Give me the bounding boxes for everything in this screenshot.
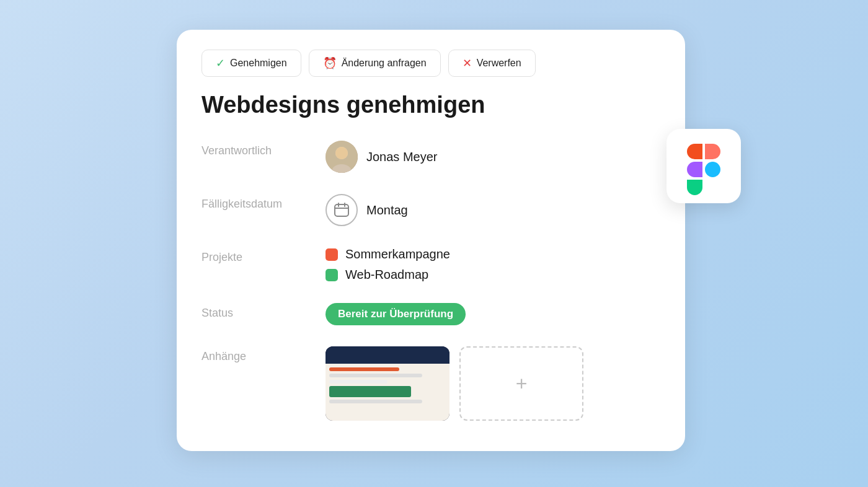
svg-rect-4	[335, 204, 348, 216]
responsible-name: Jonas Meyer	[366, 150, 438, 164]
status-row: Status Bereit zur Überprüfung	[202, 303, 660, 325]
attachments-label: Anhänge	[202, 346, 326, 363]
figma-cell-bot-left	[687, 180, 702, 195]
change-icon: ⏰	[323, 56, 337, 70]
reject-label: Verwerfen	[477, 58, 521, 69]
project-item-2: Web-Roadmap	[326, 268, 450, 282]
project-2-name: Web-Roadmap	[345, 268, 428, 282]
change-label: Änderung anfragen	[342, 58, 427, 69]
page-title: Webdesigns genehmigen	[202, 92, 660, 118]
status-label: Status	[202, 303, 326, 320]
change-button[interactable]: ⏰ Änderung anfragen	[309, 50, 441, 77]
projects-label: Projekte	[202, 247, 326, 264]
status-badge[interactable]: Bereit zur Überprüfung	[326, 303, 466, 325]
project-dot-green	[326, 269, 338, 281]
due-date: Montag	[366, 203, 408, 217]
main-card: ✓ Genehmigen ⏰ Änderung anfragen ✕ Verwe…	[177, 30, 685, 451]
action-bar: ✓ Genehmigen ⏰ Änderung anfragen ✕ Verwe…	[177, 30, 685, 92]
figma-cell-mid-left	[687, 162, 702, 177]
responsible-label: Verantwortlich	[202, 141, 326, 157]
main-content: Webdesigns genehmigen Verantwortlich Jon…	[177, 92, 685, 421]
plus-icon: +	[516, 372, 528, 395]
project-dot-red	[326, 248, 338, 261]
reject-icon: ✕	[463, 56, 472, 70]
projects-row: Projekte Sommerkampagne Web-Roadmap	[202, 247, 660, 282]
responsible-row: Verantwortlich Jonas Meyer	[202, 141, 660, 173]
calendar-icon	[326, 194, 358, 226]
figma-cell-top-left	[687, 144, 702, 159]
attachments-row: Anhänge +	[202, 346, 660, 421]
figma-widget	[666, 129, 741, 203]
check-icon: ✓	[216, 56, 225, 70]
project-1-name: Sommerkampagne	[345, 247, 450, 261]
due-date-value: Montag	[326, 194, 408, 226]
due-date-label: Fälligkeitsdatum	[202, 194, 326, 211]
projects-list: Sommerkampagne Web-Roadmap	[326, 247, 450, 282]
figma-logo	[687, 144, 720, 188]
due-date-row: Fälligkeitsdatum Montag	[202, 194, 660, 226]
project-item-1: Sommerkampagne	[326, 247, 450, 261]
reject-button[interactable]: ✕ Verwerfen	[448, 50, 536, 77]
attachments-wrap: +	[326, 346, 583, 421]
status-value: Bereit zur Überprüfung	[326, 303, 466, 325]
svg-point-3	[335, 147, 348, 159]
approve-button[interactable]: ✓ Genehmigen	[202, 50, 301, 77]
attachment-thumbnail[interactable]	[326, 346, 450, 421]
add-attachment-button[interactable]: +	[459, 346, 583, 421]
approve-label: Genehmigen	[230, 58, 287, 69]
responsible-value: Jonas Meyer	[326, 141, 438, 173]
figma-cell-top-right	[705, 144, 720, 159]
avatar	[326, 141, 358, 173]
figma-cell-mid-right	[705, 162, 720, 177]
